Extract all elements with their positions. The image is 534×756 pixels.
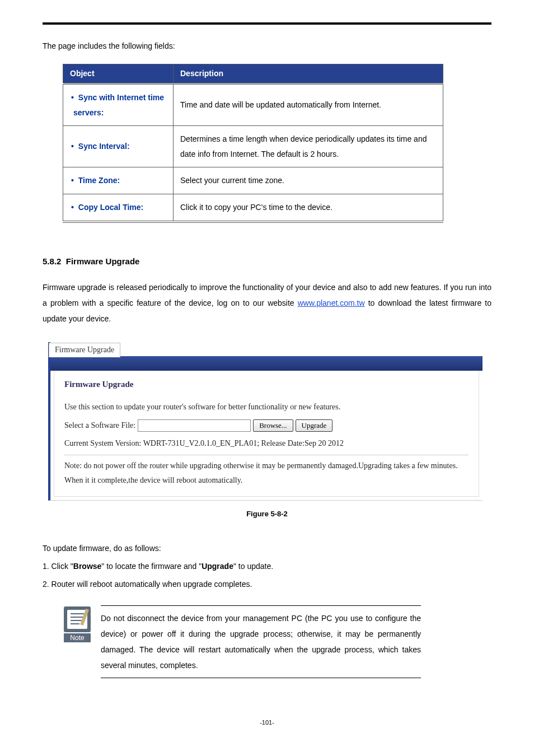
svg-text:Note: Note bbox=[70, 634, 85, 642]
table-row: Time Zone: Select your current time zone… bbox=[63, 167, 443, 194]
screenshot-titlebar bbox=[50, 356, 483, 371]
object-cell: Copy Local Time: bbox=[63, 194, 174, 221]
step-1: 1. Click "Browse" to locate the firmware… bbox=[43, 558, 491, 574]
table-row: Sync Interval: Determines a time length … bbox=[63, 126, 443, 167]
note-icon: Note bbox=[63, 605, 92, 678]
browse-button[interactable]: Browse... bbox=[253, 419, 293, 432]
header-description: Description bbox=[174, 64, 443, 84]
step1-browse: Browse bbox=[73, 562, 102, 571]
version-line: Current System Version: WDRT-731U_V2.0.1… bbox=[64, 436, 469, 451]
steps-block: To update firmware, do as follows: 1. Cl… bbox=[43, 540, 491, 592]
description-cell: Time and date will be updated automatica… bbox=[174, 83, 443, 126]
description-cell: Click it to copy your PC's time to the d… bbox=[174, 194, 443, 221]
step-2: 2. Router will reboot automatically when… bbox=[43, 576, 491, 592]
object-cell: Time Zone: bbox=[63, 167, 174, 194]
object-cell: Sync Interval: bbox=[63, 126, 174, 167]
section-title: Firmware Upgrade bbox=[66, 256, 140, 266]
fields-table: Object Description Sync with Internet ti… bbox=[63, 64, 443, 223]
screenshot-intro: Use this section to update your router's… bbox=[64, 400, 469, 415]
description-cell: Select your current time zone. bbox=[174, 167, 443, 194]
object-cell: Sync with Internet time servers: bbox=[63, 83, 174, 126]
screenshot-note: Note: do not power off the router while … bbox=[64, 459, 469, 488]
note-block: Note Do not disconnect the device from y… bbox=[63, 605, 421, 678]
step1-mid: " to locate the firmware and " bbox=[101, 562, 202, 571]
section-heading: 5.8.2 Firmware Upgrade bbox=[43, 256, 491, 266]
table-header-row: Object Description bbox=[63, 64, 443, 84]
section-paragraph: Firmware upgrade is released periodicall… bbox=[43, 279, 491, 326]
table-row: Copy Local Time: Click it to copy your P… bbox=[63, 194, 443, 221]
section-number: 5.8.2 bbox=[43, 256, 61, 266]
divider bbox=[64, 455, 469, 455]
screenshot-heading: Firmware Upgrade bbox=[64, 376, 469, 393]
header-object: Object bbox=[63, 64, 174, 84]
step1-post: " to update. bbox=[233, 562, 273, 571]
intro-text: The page includes the following fields: bbox=[43, 38, 491, 54]
step1-pre: 1. Click " bbox=[43, 562, 73, 571]
step1-upgrade: Upgrade bbox=[202, 562, 233, 571]
screenshot-tab: Firmware Upgrade bbox=[49, 343, 120, 357]
table-row: Sync with Internet time servers: Time an… bbox=[63, 83, 443, 126]
upgrade-button[interactable]: Upgrade bbox=[296, 419, 333, 432]
website-link[interactable]: www.planet.com.tw bbox=[298, 298, 365, 307]
firmware-upgrade-screenshot: Firmware Upgrade Firmware Upgrade Use th… bbox=[48, 342, 483, 501]
note-text: Do not disconnect the device from your m… bbox=[101, 605, 421, 678]
file-label: Select a Software File: bbox=[64, 418, 135, 433]
page-number: -101- bbox=[0, 719, 534, 726]
software-file-input[interactable] bbox=[138, 419, 251, 432]
description-cell: Determines a time length when device per… bbox=[174, 126, 443, 167]
top-rule bbox=[43, 22, 491, 25]
screenshot-body: Firmware Upgrade Use this section to upd… bbox=[54, 371, 479, 497]
figure-caption: Figure 5-8-2 bbox=[43, 510, 491, 518]
steps-intro: To update firmware, do as follows: bbox=[43, 540, 491, 556]
